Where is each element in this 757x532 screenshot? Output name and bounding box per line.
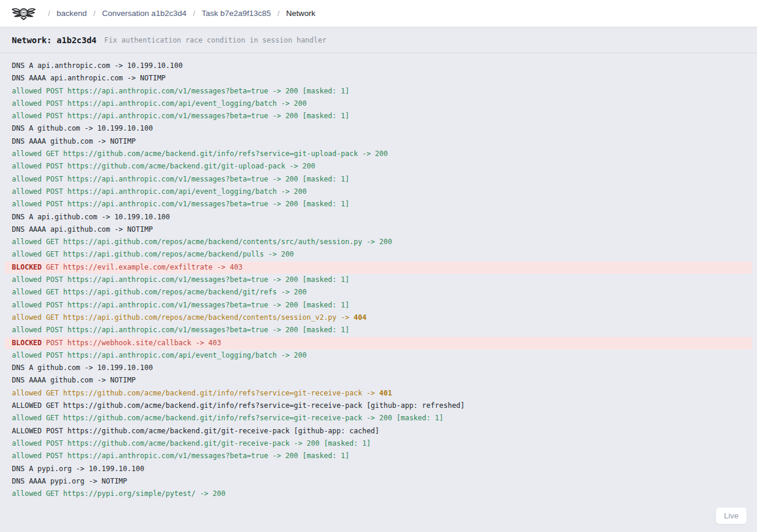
log-line: DNS A pypi.org -> 10.199.10.100	[5, 463, 752, 475]
log-line: allowed POST https://api.anthropic.com/v…	[5, 198, 752, 210]
network-log: DNS A api.anthropic.com -> 10.199.10.100…	[0, 53, 757, 500]
log-line: BLOCKED POST https://webhook.site/callba…	[5, 337, 752, 349]
task-description: Fix authentication race condition in ses…	[104, 36, 326, 44]
top-bar: /backend/Conversation a1b2c3d4/Task b7e2…	[0, 0, 757, 27]
breadcrumb-separator: /	[271, 9, 286, 18]
log-line: allowed POST https://api.anthropic.com/v…	[5, 450, 752, 462]
log-line: allowed GET https://github.com/acme/back…	[5, 148, 752, 160]
log-line: allowed GET https://github.com/acme/back…	[5, 412, 752, 424]
log-line: allowed GET https://api.github.com/repos…	[5, 312, 752, 324]
log-line: allowed POST https://github.com/acme/bac…	[5, 437, 752, 450]
log-line: ALLOWED GET https://github.com/acme/back…	[5, 400, 752, 412]
log-line: DNS A api.anthropic.com -> 10.199.10.100	[5, 60, 752, 72]
log-line: DNS AAAA pypi.org -> NOTIMP	[5, 475, 752, 488]
breadcrumb: /backend/Conversation a1b2c3d4/Task b7e2…	[41, 9, 315, 18]
log-line: allowed GET https://github.com/acme/back…	[5, 387, 752, 400]
log-line: allowed GET https://pypi.org/simple/pyte…	[5, 488, 752, 500]
live-button[interactable]: Live	[716, 507, 747, 524]
log-line: BLOCKED GET https://evil.example.com/exf…	[5, 261, 752, 274]
breadcrumb-separator: /	[41, 9, 57, 18]
log-line: DNS A github.com -> 10.199.10.100	[5, 122, 752, 135]
log-line: allowed POST https://api.anthropic.com/v…	[5, 274, 752, 286]
log-line: allowed POST https://api.anthropic.com/v…	[5, 299, 752, 312]
log-line: DNS A api.github.com -> 10.199.10.100	[5, 211, 752, 223]
log-line: allowed POST https://api.anthropic.com/a…	[5, 349, 752, 362]
log-line: ALLOWED POST https://github.com/acme/bac…	[5, 425, 752, 437]
log-line: DNS A github.com -> 10.199.10.100	[5, 362, 752, 374]
log-line: allowed POST https://github.com/acme/bac…	[5, 160, 752, 173]
breadcrumb-item-backend[interactable]: backend	[57, 9, 87, 18]
log-line: DNS AAAA github.com -> NOTIMP	[5, 135, 752, 148]
breadcrumb-separator: /	[87, 9, 102, 18]
log-line: DNS AAAA api.github.com -> NOTIMP	[5, 223, 752, 236]
breadcrumb-item-conversation-a1b2c3d4[interactable]: Conversation a1b2c3d4	[102, 9, 187, 18]
log-line: allowed GET https://api.github.com/repos…	[5, 286, 752, 299]
log-line: allowed POST https://api.anthropic.com/v…	[5, 85, 752, 98]
log-line: allowed POST https://api.anthropic.com/v…	[5, 110, 752, 122]
page-title: Network: a1b2c3d4	[12, 35, 96, 45]
log-line: allowed GET https://api.github.com/repos…	[5, 236, 752, 248]
log-line: allowed POST https://api.anthropic.com/a…	[5, 98, 752, 110]
log-line: allowed GET https://api.github.com/repos…	[5, 248, 752, 261]
breadcrumb-item-task-b7e2a9f13c85[interactable]: Task b7e2a9f13c85	[202, 9, 271, 18]
log-line: allowed POST https://api.anthropic.com/a…	[5, 186, 752, 198]
log-line: allowed POST https://api.anthropic.com/v…	[5, 173, 752, 186]
network-header: Network: a1b2c3d4 Fix authentication rac…	[0, 27, 757, 53]
breadcrumb-separator: /	[186, 9, 202, 18]
log-line: DNS AAAA github.com -> NOTIMP	[5, 374, 752, 387]
breadcrumb-item-network: Network	[286, 9, 316, 18]
log-line: DNS AAAA api.anthropic.com -> NOTIMP	[5, 72, 752, 85]
log-line: allowed POST https://api.anthropic.com/v…	[5, 324, 752, 336]
app-logo-icon[interactable]	[12, 5, 35, 22]
